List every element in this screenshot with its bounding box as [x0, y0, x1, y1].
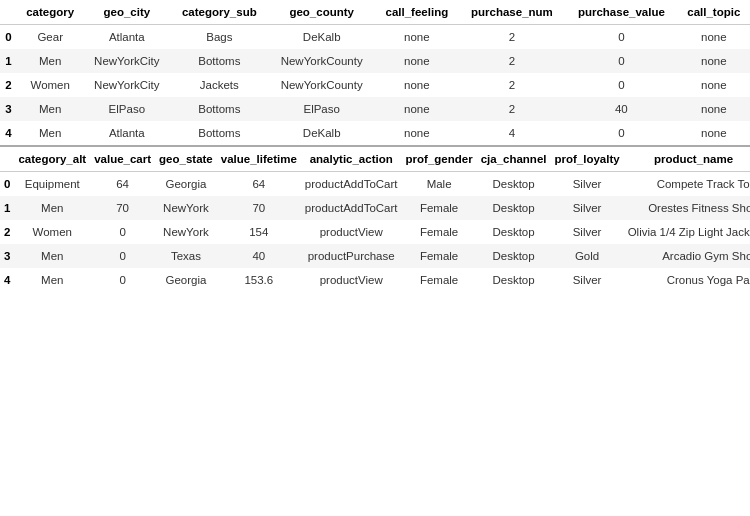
cell-call-feeling: none: [375, 49, 459, 73]
th-geo-state: geo_state: [155, 146, 217, 172]
th-call-feeling: call_feeling: [375, 0, 459, 25]
cell-value-cart: 0: [90, 220, 155, 244]
cell-geo-city: NewYorkCity: [83, 49, 170, 73]
cell-prof-loyalty: Silver: [550, 196, 623, 220]
cell-value-cart: 70: [90, 196, 155, 220]
cell-geo-city: NewYorkCity: [83, 73, 170, 97]
table-row: 3 Men ElPaso Bottoms ElPaso none 2 40 no…: [0, 97, 750, 121]
th-purchase-num: purchase_num: [459, 0, 565, 25]
table-row: 0 Gear Atlanta Bags DeKalb none 2 0 none: [0, 25, 750, 50]
cell-prof-gender: Female: [402, 220, 477, 244]
cell-analytic-action: productPurchase: [301, 244, 402, 268]
th-value-lifetime: value_lifetime: [217, 146, 301, 172]
cell-geo-county: NewYorkCounty: [268, 49, 375, 73]
cell-purchase-num: 2: [459, 25, 565, 50]
table-row: 0 Equipment 64 Georgia 64 productAddToCa…: [0, 172, 750, 197]
cell-category: Men: [17, 121, 83, 145]
row-index: 3: [0, 244, 14, 268]
cell-category-alt: Women: [14, 220, 90, 244]
cell-prof-loyalty: Silver: [550, 172, 623, 197]
cell-call-topic: none: [678, 73, 750, 97]
row-index: 4: [0, 268, 14, 292]
cell-geo-state: Georgia: [155, 172, 217, 197]
cell-product-name: Olivia 1/4 Zip Light Jacket: [624, 220, 750, 244]
cell-call-feeling: none: [375, 121, 459, 145]
cell-geo-state: Texas: [155, 244, 217, 268]
cell-prof-gender: Female: [402, 268, 477, 292]
cell-category-alt: Men: [14, 244, 90, 268]
cell-geo-city: ElPaso: [83, 97, 170, 121]
top-table-header: category geo_city category_sub geo_count…: [0, 0, 750, 25]
cell-purchase-num: 2: [459, 73, 565, 97]
table-row: 1 Men 70 NewYork 70 productAddToCart Fem…: [0, 196, 750, 220]
cell-prof-gender: Female: [402, 244, 477, 268]
cell-product-name: Cronus Yoga Pant: [624, 268, 750, 292]
th-analytic-action: analytic_action: [301, 146, 402, 172]
cell-prof-loyalty: Gold: [550, 244, 623, 268]
row-index: 2: [0, 220, 14, 244]
bottom-table-header: category_alt value_cart geo_state value_…: [0, 146, 750, 172]
cell-category-sub: Jackets: [170, 73, 268, 97]
th-geo-county: geo_county: [268, 0, 375, 25]
cell-analytic-action: productView: [301, 268, 402, 292]
cell-call-feeling: none: [375, 73, 459, 97]
cell-product-name: Compete Track Tote: [624, 172, 750, 197]
cell-value-cart: 0: [90, 244, 155, 268]
cell-value-cart: 64: [90, 172, 155, 197]
table-row: 3 Men 0 Texas 40 productPurchase Female …: [0, 244, 750, 268]
cell-analytic-action: productAddToCart: [301, 172, 402, 197]
cell-analytic-action: productAddToCart: [301, 196, 402, 220]
table-row: 1 Men NewYorkCity Bottoms NewYorkCounty …: [0, 49, 750, 73]
cell-call-topic: none: [678, 97, 750, 121]
cell-geo-city: Atlanta: [83, 25, 170, 50]
cell-category: Gear: [17, 25, 83, 50]
cell-category-alt: Men: [14, 196, 90, 220]
row-index: 0: [0, 25, 17, 50]
cell-category-sub: Bottoms: [170, 49, 268, 73]
th-product-name: product_name: [624, 146, 750, 172]
cell-geo-county: NewYorkCounty: [268, 73, 375, 97]
table-row: 4 Men Atlanta Bottoms DeKalb none 4 0 no…: [0, 121, 750, 145]
cell-prof-loyalty: Silver: [550, 268, 623, 292]
cell-category-alt: Men: [14, 268, 90, 292]
cell-prof-loyalty: Silver: [550, 220, 623, 244]
cell-call-feeling: none: [375, 25, 459, 50]
cell-call-topic: none: [678, 121, 750, 145]
table-row: 4 Men 0 Georgia 153.6 productView Female…: [0, 268, 750, 292]
cell-product-name: Orestes Fitness Short: [624, 196, 750, 220]
th-prof-gender: prof_gender: [402, 146, 477, 172]
data-table-container: category geo_city category_sub geo_count…: [0, 0, 750, 292]
th-category: category: [17, 0, 83, 25]
th-geo-city: geo_city: [83, 0, 170, 25]
cell-category: Women: [17, 73, 83, 97]
th-category-alt: category_alt: [14, 146, 90, 172]
cell-geo-county: DeKalb: [268, 25, 375, 50]
cell-geo-county: DeKalb: [268, 121, 375, 145]
cell-purchase-value: 0: [565, 25, 677, 50]
row-index: 3: [0, 97, 17, 121]
th-index2: [0, 146, 14, 172]
cell-purchase-value: 0: [565, 73, 677, 97]
row-index: 2: [0, 73, 17, 97]
cell-cja-channel: Desktop: [477, 172, 551, 197]
cell-category-sub: Bottoms: [170, 97, 268, 121]
th-category-sub: category_sub: [170, 0, 268, 25]
cell-call-topic: none: [678, 25, 750, 50]
top-table: category geo_city category_sub geo_count…: [0, 0, 750, 145]
cell-cja-channel: Desktop: [477, 220, 551, 244]
cell-category: Men: [17, 97, 83, 121]
cell-value-lifetime: 64: [217, 172, 301, 197]
cell-purchase-num: 2: [459, 97, 565, 121]
th-purchase-value: purchase_value: [565, 0, 677, 25]
row-index: 1: [0, 196, 14, 220]
cell-purchase-num: 2: [459, 49, 565, 73]
row-index: 4: [0, 121, 17, 145]
cell-category-sub: Bags: [170, 25, 268, 50]
cell-prof-gender: Male: [402, 172, 477, 197]
th-cja-channel: cja_channel: [477, 146, 551, 172]
cell-cja-channel: Desktop: [477, 196, 551, 220]
cell-product-name: Arcadio Gym Short: [624, 244, 750, 268]
bottom-table: category_alt value_cart geo_state value_…: [0, 145, 750, 292]
cell-category: Men: [17, 49, 83, 73]
cell-cja-channel: Desktop: [477, 268, 551, 292]
